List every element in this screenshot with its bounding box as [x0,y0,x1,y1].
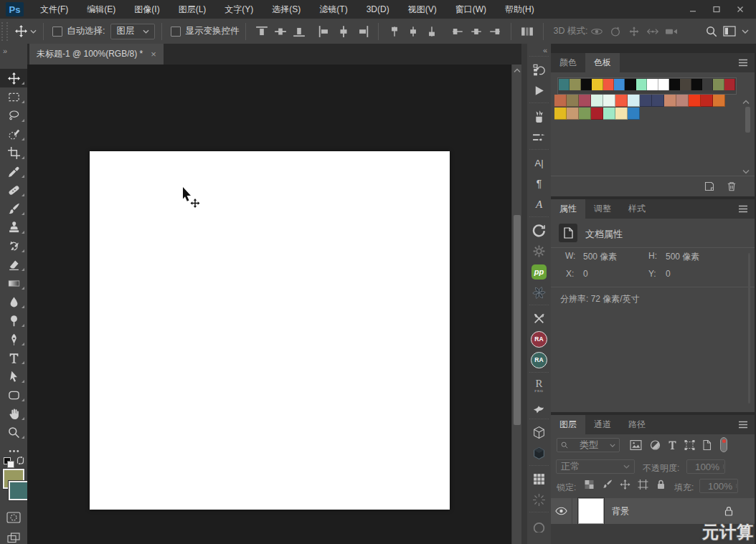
swatch[interactable] [689,95,701,107]
document-tab[interactable]: 未标题-1 @ 100%(RGB/8) * × [29,44,164,65]
distribute-right-button[interactable] [487,24,503,39]
tab-调整[interactable]: 调整 [585,199,620,219]
swatch[interactable] [567,108,579,120]
maximize-button[interactable] [704,2,728,16]
scrollbar-thumb[interactable] [514,215,521,425]
swatch[interactable] [603,79,614,90]
lock-artboard-button[interactable] [637,479,649,490]
refresh-plugin-button[interactable] [529,221,549,239]
layer-row[interactable]: 背景 [551,498,755,524]
paragraph-panel-button[interactable]: ¶ [529,174,549,193]
lock-transparent-pixels-button[interactable] [583,479,595,490]
layer-visibility-toggle[interactable] [551,498,572,524]
swatch[interactable] [615,108,628,120]
lock-all-button[interactable] [655,479,667,490]
dock-collapse-chevrons[interactable]: « [527,44,551,56]
swap-colors-icon[interactable] [16,456,25,465]
pp-plugin-button[interactable]: pp [529,262,549,281]
auto-select-checkbox[interactable] [52,27,62,37]
character-panel-button[interactable]: A| [529,153,549,172]
lock-position-button[interactable] [619,479,631,490]
swatch[interactable] [636,79,647,90]
menu-item-1[interactable]: 文件(F) [31,0,77,19]
actions-panel-button[interactable] [529,81,549,100]
r-pro-plugin-button[interactable]: RPRO [529,376,549,395]
layer-filtering-toggle[interactable] [720,437,727,452]
sparkle-plugin-button[interactable] [529,490,549,509]
swatch[interactable] [579,108,591,120]
healing-brush-tool-button[interactable] [0,181,27,199]
tab-属性[interactable]: 属性 [551,199,585,219]
tab-颜色[interactable]: 颜色 [551,53,585,72]
menu-item-7[interactable]: 滤镜(T) [310,0,356,19]
gradient-tool-button[interactable] [0,274,27,292]
distribute-center-button[interactable] [468,24,484,39]
distribute-spacing-button[interactable] [519,24,535,39]
distribute-top-button[interactable] [387,24,402,39]
auto-select-target-dropdown[interactable]: 图层 [110,24,155,39]
swatch[interactable] [676,95,689,107]
menu-item-6[interactable]: 选择(S) [263,0,310,19]
pen-tool-button[interactable] [0,330,27,348]
type-tool-button[interactable] [0,348,27,367]
ra-teal-badge-button[interactable]: RA [529,350,549,369]
menu-item-5[interactable]: 文字(Y) [215,0,263,19]
minimize-button[interactable] [681,2,704,16]
zoom-tool-button[interactable] [0,423,27,442]
3d-slide-button[interactable] [645,24,661,39]
swatches-scroll-down-icon[interactable] [742,169,750,174]
clone-stamp-tool-button[interactable] [0,218,27,237]
layers-panel-menu-button[interactable] [738,421,748,429]
fill-input[interactable]: 100% [699,479,738,493]
menu-item-2[interactable]: 编辑(E) [77,0,125,19]
path-selection-tool-button[interactable] [0,367,27,386]
align-top-button[interactable] [254,24,270,39]
pinwheel-plugin-button[interactable] [529,283,549,302]
align-bottom-button[interactable] [291,24,307,39]
lasso-tool-button[interactable] [0,106,27,125]
3d-pan-button[interactable] [626,24,642,39]
swatches-scrollbar-thumb[interactable] [745,107,750,133]
eyedropper-tool-button[interactable] [0,162,27,181]
bird-plugin-button[interactable] [529,397,549,416]
tab-图层[interactable]: 图层 [551,415,585,434]
opacity-input[interactable]: 100% [686,459,725,474]
swatch[interactable] [591,95,603,107]
chevron-down-icon[interactable] [742,29,749,34]
document-canvas[interactable] [90,151,450,510]
align-center-button[interactable] [336,24,351,39]
swatch[interactable] [554,108,567,120]
canvas-vertical-scrollbar[interactable] [511,65,522,544]
swatch[interactable] [591,108,603,120]
tab-路径[interactable]: 路径 [620,415,654,434]
solid-cube-button[interactable] [529,444,549,462]
swatch[interactable] [664,95,676,107]
tab-通道[interactable]: 通道 [585,415,620,434]
glyphs-panel-button[interactable]: A [529,195,549,214]
scroll-up-icon[interactable] [514,68,521,73]
swatch[interactable] [691,79,702,90]
gear-plugin-button[interactable] [529,242,549,260]
canvas-area[interactable] [27,65,511,544]
swatch[interactable] [724,79,735,90]
wireframe-cube-button[interactable] [529,423,549,442]
quick-selection-tool-button[interactable] [0,125,27,143]
swatch[interactable] [628,108,640,120]
crop-tool-button[interactable] [0,143,27,162]
new-swatch-button[interactable] [704,181,715,192]
tool-preset-chevron-icon[interactable] [30,29,37,34]
screen-mode-button[interactable] [0,529,27,544]
distribute-middle-button[interactable] [405,24,421,39]
swatch[interactable] [701,95,713,107]
swatch[interactable] [625,79,635,90]
layer-thumbnail[interactable] [578,498,604,524]
show-transform-checkbox[interactable] [171,27,181,37]
3d-camera-button[interactable] [663,24,679,39]
dock-divider[interactable] [521,44,527,544]
hand-tool-button[interactable] [0,404,27,423]
brush-tool-button[interactable] [0,199,27,218]
brush-settings-panel-button[interactable] [529,128,549,146]
filter-smart-objects-button[interactable] [701,439,713,451]
search-button[interactable] [706,26,717,37]
menu-item-9[interactable]: 视图(V) [399,0,446,19]
